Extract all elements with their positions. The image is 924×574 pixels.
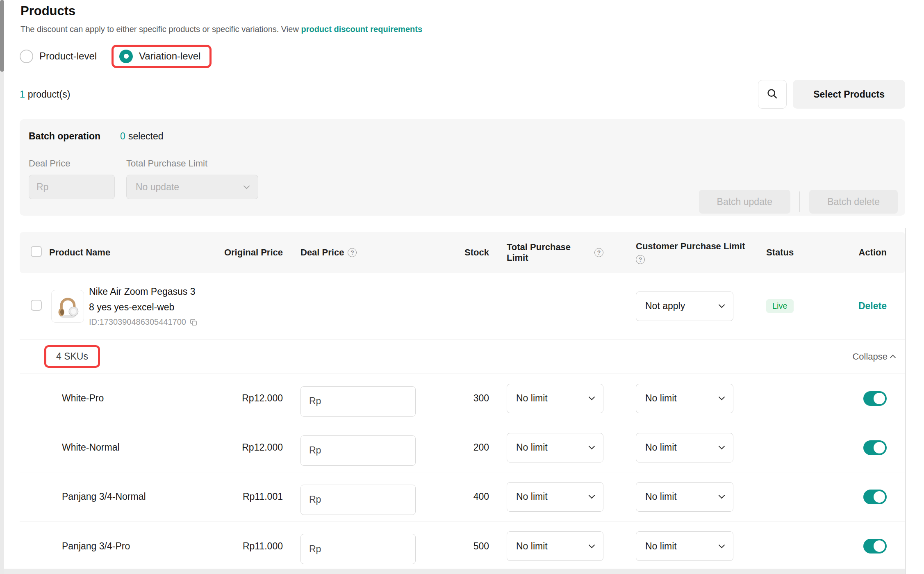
sku-total-purchase-limit-select[interactable]: No limit [507, 482, 603, 512]
sku-deal-price-field[interactable] [325, 395, 407, 407]
sku-customer-purchase-limit-value: No limit [645, 442, 677, 453]
collapse-label: Collapse [852, 351, 888, 362]
column-total-purchase-limit: Total Purchase Limit [507, 242, 591, 263]
selected-count-label: selected [128, 131, 164, 141]
chevron-down-icon [719, 443, 725, 450]
sku-deal-price-input[interactable]: Rp [300, 534, 416, 564]
sku-name: Panjang 3/4-Pro [49, 541, 223, 552]
sku-customer-purchase-limit-value: No limit [645, 491, 677, 502]
status-badge: Live [766, 299, 794, 313]
sku-customer-purchase-limit-select[interactable]: No limit [636, 384, 733, 413]
column-stock: Stock [416, 247, 489, 258]
help-icon[interactable]: ? [348, 248, 357, 257]
products-table: Product Name Original Price Deal Price? … [20, 232, 905, 571]
sku-deal-price-input[interactable]: Rp [300, 386, 416, 417]
page-subtitle: The discount can apply to either specifi… [20, 24, 905, 35]
discount-level-options: Product-level Variation-level [20, 43, 905, 69]
product-checkbox[interactable] [31, 300, 42, 311]
column-product-name: Product Name [49, 247, 223, 258]
radio-product-level[interactable]: Product-level [20, 50, 97, 63]
currency-prefix: Rp [309, 445, 321, 456]
sku-total-purchase-limit-select[interactable]: No limit [507, 531, 603, 561]
sku-enabled-toggle[interactable] [863, 539, 887, 554]
sku-row: White-Pro Rp12.000 Rp 300 No limit [20, 374, 905, 423]
column-deal-price: Deal Price [300, 247, 344, 258]
toggle-knob [874, 393, 885, 404]
sku-customer-purchase-limit-select[interactable]: No limit [636, 531, 733, 561]
sku-total-purchase-limit-select[interactable]: No limit [507, 384, 603, 413]
batch-deal-price-field[interactable] [52, 181, 107, 193]
table-right-divider [905, 228, 906, 574]
delete-product-link[interactable]: Delete [858, 301, 887, 311]
search-button[interactable] [758, 80, 787, 109]
sku-customer-purchase-limit-select[interactable]: No limit [636, 433, 733, 462]
sku-deal-price-field[interactable] [325, 444, 407, 456]
sku-deal-price-field[interactable] [325, 543, 407, 555]
product-count-number: 1 [20, 89, 25, 100]
sku-name: Panjang 3/4-Normal [49, 491, 223, 502]
sku-total-purchase-limit-value: No limit [516, 491, 548, 502]
toggle-knob [874, 491, 885, 503]
search-icon [766, 88, 778, 101]
radio-icon[interactable] [119, 50, 133, 63]
chevron-down-icon [589, 492, 595, 499]
product-customer-purchase-limit-select[interactable]: Not apply [636, 292, 733, 321]
annotation-box-variation-level: Variation-level [112, 45, 212, 68]
sku-enabled-toggle[interactable] [863, 490, 887, 504]
sku-deal-price-input[interactable]: Rp [300, 435, 416, 466]
page-title: Products [20, 2, 905, 20]
copy-icon[interactable] [189, 318, 198, 326]
subtitle-text: The discount can apply to either specifi… [20, 25, 299, 34]
sku-row: Panjang 3/4-Pro Rp11.000 Rp 500 No limit [20, 522, 905, 571]
batch-delete-button[interactable]: Batch delete [809, 190, 898, 214]
currency-prefix: Rp [36, 182, 48, 193]
column-original-price: Original Price [223, 247, 283, 258]
help-icon[interactable]: ? [636, 255, 645, 264]
select-products-button[interactable]: Select Products [793, 80, 905, 109]
radio-product-level-label: Product-level [39, 50, 97, 62]
sku-original-price: Rp11.000 [223, 541, 283, 552]
sku-original-price: Rp12.000 [223, 393, 283, 404]
vertical-scrollbar[interactable] [0, 0, 4, 574]
batch-update-button[interactable]: Batch update [699, 190, 791, 214]
batch-total-purchase-limit-value: No update [136, 182, 179, 193]
sku-deal-price-field[interactable] [325, 494, 407, 506]
chevron-down-icon [719, 542, 725, 548]
product-image [51, 290, 84, 323]
product-discount-requirements-link[interactable]: product discount requirements [301, 25, 422, 34]
batch-deal-price-label: Deal Price [29, 158, 115, 169]
batch-operation-panel: Batch operation 0selected Deal Price Rp … [20, 119, 905, 216]
radio-icon[interactable] [20, 50, 33, 63]
sku-stock: 200 [416, 442, 489, 453]
chevron-down-icon [244, 182, 250, 189]
sku-total-purchase-limit-value: No limit [516, 393, 548, 404]
product-variant-text: 8 yes yes-excel-web [89, 301, 198, 313]
product-count: 1product(s) [20, 89, 70, 100]
sku-enabled-toggle[interactable] [863, 391, 887, 406]
select-all-checkbox[interactable] [31, 246, 42, 257]
currency-prefix: Rp [309, 494, 321, 505]
sku-stock: 500 [416, 541, 489, 552]
chevron-down-icon [719, 302, 725, 308]
sku-customer-purchase-limit-select[interactable]: No limit [636, 482, 733, 512]
collapse-button[interactable]: Collapse [852, 351, 895, 362]
table-header-row: Product Name Original Price Deal Price? … [20, 232, 905, 273]
batch-total-purchase-limit-select[interactable]: No update [126, 175, 258, 199]
vertical-scrollbar-thumb[interactable] [0, 0, 4, 72]
help-icon[interactable]: ? [594, 248, 603, 257]
annotation-box-sku-count: 4 SKUs [44, 345, 100, 368]
radio-variation-level[interactable]: Variation-level [119, 50, 200, 63]
sku-enabled-toggle[interactable] [863, 440, 887, 455]
product-id: ID:1730390486305441700 [89, 317, 186, 327]
product-row: Nike Air Zoom Pegasus 3 8 yes yes-excel-… [20, 273, 905, 339]
column-status: Status [750, 247, 808, 258]
sku-total-purchase-limit-select[interactable]: No limit [507, 433, 603, 462]
sku-name: White-Pro [49, 393, 223, 404]
product-name: Nike Air Zoom Pegasus 3 [89, 285, 198, 298]
selected-count-number: 0 [120, 131, 125, 141]
batch-deal-price-input[interactable]: Rp [29, 175, 115, 199]
sku-customer-purchase-limit-value: No limit [645, 393, 677, 404]
product-count-label: product(s) [28, 89, 71, 100]
sku-deal-price-input[interactable]: Rp [300, 485, 416, 515]
product-customer-purchase-limit-value: Not apply [645, 301, 685, 312]
